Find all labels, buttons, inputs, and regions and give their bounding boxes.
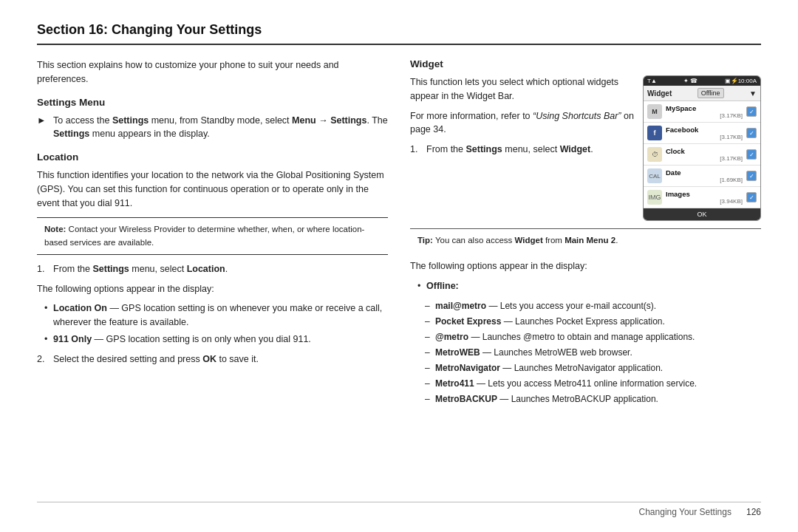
location-step-2-body: Select the desired setting and press OK …	[53, 352, 388, 366]
widget-step-1-num: 1.	[410, 143, 422, 157]
status-icons: ✦ ☎	[683, 78, 698, 84]
left-column: This section explains how to customize y…	[37, 58, 388, 496]
sub-item-metronav: MetroNavigator — Launches MetroNavigator…	[425, 361, 761, 375]
phone-widget-label: Widget	[647, 89, 672, 98]
tip-label: Tip:	[417, 236, 433, 245]
intro-text: This section explains how to customize y…	[37, 58, 388, 86]
settings-step-1: ► To access the Settings menu, from Stan…	[37, 114, 388, 142]
offline-bold: Offline:	[426, 281, 459, 291]
widget-following: The following options appear in the disp…	[410, 259, 761, 273]
widget-text: This function lets you select which opti…	[410, 75, 634, 221]
facebook-info: Facebook [3.17KB]	[666, 126, 743, 140]
location-following: The following options appear in the disp…	[37, 282, 388, 296]
widget-offline-list: Offline:	[417, 279, 761, 293]
myspace-size: [3.17KB]	[666, 112, 743, 119]
location-step-1: 1. From the Settings menu, select Locati…	[37, 262, 388, 276]
facebook-name: Facebook	[666, 126, 743, 134]
status-signal: T▲	[647, 78, 657, 84]
phone-dropdown-arrow[interactable]: ▼	[749, 89, 757, 98]
phone-header-bar: Widget Offline ▼	[644, 86, 760, 101]
content-area: This section explains how to customize y…	[37, 58, 761, 496]
phone-screenshot: T▲ ✦ ☎ ▣⚡10:00A Widget Offline ▼ M MySpa…	[643, 75, 761, 221]
phone-ok-bar[interactable]: OK	[644, 208, 760, 220]
date-icon: CAL	[647, 168, 662, 183]
clock-name: Clock	[666, 147, 743, 155]
phone-widget-row-myspace: M MySpace [3.17KB]	[644, 101, 760, 123]
footer-page-number: 126	[746, 507, 761, 517]
location-step-1-body: From the Settings menu, select Location.	[53, 262, 388, 276]
location-on-bold: Location On	[53, 303, 107, 313]
widget-offline-item: Offline:	[417, 279, 761, 293]
note-label: Note:	[44, 225, 66, 233]
widget-step-1: 1. From the Settings menu, select Widget…	[410, 143, 634, 157]
sub-item-metroweb: MetroWEB — Launches MetroWEB web browser…	[425, 346, 761, 359]
911-only-rest: — GPS location setting is on only when y…	[92, 334, 311, 344]
location-note: Note: Contact your Wireless Provider to …	[37, 217, 388, 255]
sub-item-atmetro: @metro — Launches @metro to obtain and m…	[425, 330, 761, 344]
phone-widget-row-facebook: f Facebook [3.17KB]	[644, 123, 760, 144]
facebook-size: [3.17KB]	[666, 134, 743, 140]
widget-container: This function lets you select which opti…	[410, 75, 761, 221]
clock-info: Clock [3.17KB]	[666, 147, 743, 162]
widget-step-1-body: From the Settings menu, select Widget.	[426, 143, 634, 157]
phone-status-bar: T▲ ✦ ☎ ▣⚡10:00A	[644, 76, 760, 86]
footer-section-text: Changing Your Settings	[639, 507, 732, 517]
images-icon: IMG	[647, 190, 662, 205]
myspace-icon: M	[647, 104, 662, 119]
widget-body2: For more information, refer to “Using Sh…	[410, 109, 634, 137]
location-step2-list: 2. Select the desired setting and press …	[37, 352, 388, 366]
settings-step-1-arrow: ►	[37, 114, 49, 142]
location-steps: 1. From the Settings menu, select Locati…	[37, 262, 388, 276]
settings-menu-steps: ► To access the Settings menu, from Stan…	[37, 114, 388, 142]
page: Section 16: Changing Your Settings This …	[0, 0, 798, 532]
clock-icon: ⏱	[647, 147, 662, 162]
date-check[interactable]	[746, 171, 757, 181]
widget-tip: Tip: You can also access Widget from Mai…	[410, 228, 761, 252]
myspace-name: MySpace	[666, 104, 743, 112]
sub-item-metrobackup: MetroBACKUP — Launches MetroBACKUP appli…	[425, 392, 761, 406]
widget-body2-pre: For more information, refer to	[410, 111, 533, 121]
facebook-check[interactable]	[746, 128, 757, 138]
status-time: ▣⚡10:00A	[725, 78, 757, 84]
clock-check[interactable]	[746, 149, 757, 160]
date-size: [1.69KB]	[666, 177, 743, 183]
page-footer: Changing Your Settings 126	[37, 502, 761, 517]
images-name: Images	[666, 190, 743, 198]
location-step-2: 2. Select the desired setting and press …	[37, 352, 388, 366]
phone-widget-row-date: CAL Date [1.69KB]	[644, 166, 760, 187]
page-title: Section 16: Changing Your Settings	[37, 22, 761, 38]
phone-widget-row-images: IMG Images [3.94KB]	[644, 187, 760, 208]
location-step-2-num: 2.	[37, 352, 49, 366]
location-heading: Location	[37, 151, 388, 163]
sub-item-pocket: Pocket Express — Launches Pocket Express…	[425, 315, 761, 328]
settings-step-1-body: To access the Settings menu, from Standb…	[53, 114, 388, 142]
location-option-on: Location On — GPS location setting is on…	[44, 301, 388, 330]
widget-steps: 1. From the Settings menu, select Widget…	[410, 143, 634, 157]
images-check[interactable]	[746, 192, 757, 202]
widget-heading: Widget	[410, 58, 761, 69]
images-size: [3.94KB]	[666, 198, 743, 205]
location-body: This function identifies your location t…	[37, 168, 388, 210]
phone-offline-badge: Offline	[698, 88, 724, 98]
myspace-info: MySpace [3.17KB]	[666, 104, 743, 119]
sub-item-mail: mail@metro — Lets you access your e-mail…	[425, 299, 761, 313]
location-options-list: Location On — GPS location setting is on…	[44, 301, 388, 346]
date-name: Date	[666, 168, 743, 177]
date-info: Date [1.69KB]	[666, 168, 743, 183]
phone-widget-row-clock: ⏱ Clock [3.17KB]	[644, 144, 760, 166]
911-only-bold: 911 Only	[53, 334, 92, 344]
tip-body: You can also access Widget from Main Men…	[435, 236, 618, 245]
myspace-check[interactable]	[746, 106, 757, 117]
facebook-icon: f	[647, 126, 662, 140]
page-header: Section 16: Changing Your Settings	[37, 22, 761, 45]
right-column: Widget This function lets you select whi…	[410, 58, 761, 496]
location-step-1-num: 1.	[37, 262, 49, 276]
sub-item-metro411: Metro411 — Lets you access Metro411 onli…	[425, 377, 761, 390]
note-body: Contact your Wireless Provider to determ…	[44, 225, 364, 246]
settings-menu-heading: Settings Menu	[37, 97, 388, 108]
images-info: Images [3.94KB]	[666, 190, 743, 205]
location-option-911: 911 Only — GPS location setting is on on…	[44, 332, 388, 347]
widget-body1: This function lets you select which opti…	[410, 75, 634, 103]
clock-size: [3.17KB]	[666, 155, 743, 162]
widget-body2-italic: “Using Shortcuts Bar”	[533, 111, 621, 121]
